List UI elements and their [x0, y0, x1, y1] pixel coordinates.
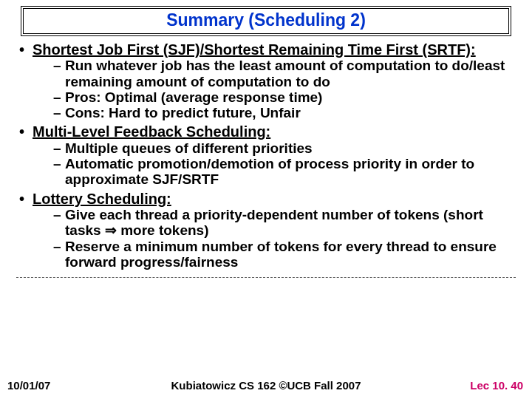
bullet-sjf: Shortest Job First (SJF)/Shortest Remain… — [16, 41, 516, 120]
sub-bullet: Reserve a minimum number of tokens for e… — [53, 239, 516, 270]
bullet-heading: Multi-Level Feedback Scheduling: — [33, 123, 270, 140]
bullet-heading: Lottery Scheduling: — [33, 191, 171, 207]
slide-title-box: Summary (Scheduling 2) — [21, 6, 511, 36]
bullet-mlfq: Multi-Level Feedback Scheduling: Multipl… — [16, 123, 516, 187]
slide-body: Shortest Job First (SJF)/Shortest Remain… — [16, 41, 516, 278]
slide-title: Summary (Scheduling 2) — [166, 10, 366, 30]
bullet-heading: Shortest Job First (SJF)/Shortest Remain… — [33, 41, 476, 58]
sub-bullet: Run whatever job has the least amount of… — [53, 58, 516, 89]
bullet-lottery: Lottery Scheduling: Give each thread a p… — [16, 191, 516, 270]
sub-bullet: Automatic promotion/demotion of process … — [53, 156, 516, 188]
sub-bullet: Pros: Optimal (average response time) — [53, 89, 516, 105]
sub-bullet: Cons: Hard to predict future, Unfair — [53, 105, 516, 120]
footer-center: Kubiatowicz CS 162 ©UCB Fall 2007 — [0, 379, 532, 392]
sub-bullet: Multiple queues of different priorities — [53, 140, 516, 156]
footer-lecnum: Lec 10. 40 — [470, 379, 523, 392]
sub-bullet: Give each thread a priority-dependent nu… — [53, 207, 516, 239]
